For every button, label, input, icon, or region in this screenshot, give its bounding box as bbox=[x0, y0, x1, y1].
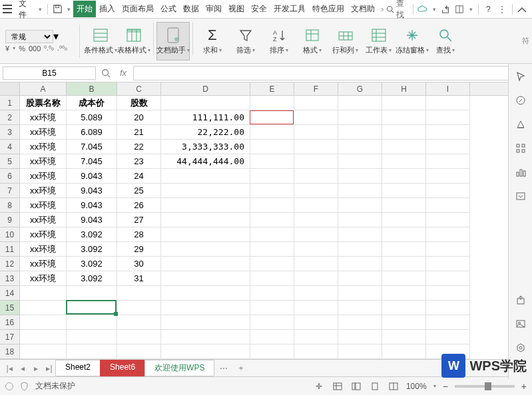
cell-F16[interactable] bbox=[294, 315, 338, 330]
cell-H18[interactable] bbox=[382, 344, 426, 359]
more-side-icon[interactable]: ⋯ bbox=[513, 364, 528, 379]
comma-button[interactable]: 000 bbox=[29, 45, 41, 53]
cell-B12[interactable]: 3.092 bbox=[67, 257, 117, 271]
cell-C3[interactable]: 21 bbox=[117, 125, 161, 140]
cell-I18[interactable] bbox=[426, 344, 470, 359]
cell-H1[interactable] bbox=[382, 96, 426, 110]
tab-1[interactable]: 插入 bbox=[96, 1, 119, 17]
cell-C6[interactable]: 24 bbox=[117, 169, 161, 184]
cell-A15[interactable] bbox=[20, 301, 67, 315]
cell-A12[interactable]: xx环境 bbox=[20, 257, 67, 271]
chevron-down-icon[interactable]: ▾ bbox=[39, 6, 42, 13]
worksheet-button[interactable]: 工作表▾ bbox=[362, 22, 396, 61]
cell-I5[interactable] bbox=[426, 154, 470, 169]
cell-A11[interactable]: xx环境 bbox=[20, 242, 67, 257]
cell-I14[interactable] bbox=[426, 286, 470, 301]
cell-E2[interactable] bbox=[250, 110, 294, 125]
row-header[interactable]: 10 bbox=[0, 227, 20, 242]
cell-A16[interactable] bbox=[20, 315, 67, 330]
cell-G15[interactable] bbox=[338, 301, 382, 315]
cell-D3[interactable]: 22,222.00 bbox=[161, 125, 250, 140]
sheet-tab[interactable]: 欢迎使用WPS bbox=[144, 360, 214, 376]
cell-I2[interactable] bbox=[426, 110, 470, 125]
cell-H15[interactable] bbox=[382, 301, 426, 315]
more-icon[interactable]: ⋮ bbox=[497, 3, 508, 16]
cell-C13[interactable]: 31 bbox=[117, 271, 161, 286]
cell-C16[interactable] bbox=[117, 315, 161, 330]
cell-B1[interactable]: 成本价 bbox=[67, 96, 117, 110]
cell-A10[interactable]: xx环境 bbox=[20, 227, 67, 242]
tab-8[interactable]: 开发工具 bbox=[270, 1, 309, 17]
cell-I6[interactable] bbox=[426, 169, 470, 184]
col-header-F[interactable]: F bbox=[294, 82, 338, 95]
cell-E1[interactable] bbox=[250, 96, 294, 110]
cell-F15[interactable] bbox=[294, 301, 338, 315]
cell-D1[interactable] bbox=[161, 96, 250, 110]
cell-F5[interactable] bbox=[294, 154, 338, 169]
cell-H8[interactable] bbox=[382, 198, 426, 213]
cell-C15[interactable] bbox=[117, 301, 161, 315]
row-header[interactable]: 9 bbox=[0, 213, 20, 227]
clipboard-icon[interactable] bbox=[513, 93, 528, 108]
row-header[interactable]: 3 bbox=[0, 125, 20, 140]
cell-G12[interactable] bbox=[338, 257, 382, 271]
cell-B14[interactable] bbox=[67, 286, 117, 301]
cell-H11[interactable] bbox=[382, 242, 426, 257]
cell-D4[interactable]: 3,333,333.00 bbox=[161, 140, 250, 154]
name-box[interactable] bbox=[3, 66, 96, 80]
cell-B5[interactable]: 7.045 bbox=[67, 154, 117, 169]
cell-I13[interactable] bbox=[426, 271, 470, 286]
cell-C17[interactable] bbox=[117, 330, 161, 344]
col-header-G[interactable]: G bbox=[338, 82, 382, 95]
style-icon[interactable] bbox=[513, 117, 528, 132]
cell-C9[interactable]: 27 bbox=[117, 213, 161, 227]
cell-B3[interactable]: 6.089 bbox=[67, 125, 117, 140]
increase-decimal-button[interactable]: .⁰⁰₀ bbox=[57, 45, 67, 52]
cell-G5[interactable] bbox=[338, 154, 382, 169]
cell-H16[interactable] bbox=[382, 315, 426, 330]
cell-D16[interactable] bbox=[161, 315, 250, 330]
cell-C14[interactable] bbox=[117, 286, 161, 301]
row-header[interactable]: 16 bbox=[0, 315, 20, 330]
cell-G14[interactable] bbox=[338, 286, 382, 301]
col-header-A[interactable]: A bbox=[20, 82, 67, 95]
help-icon[interactable]: ? bbox=[483, 3, 494, 16]
tab-7[interactable]: 安全 bbox=[248, 1, 270, 17]
col-header-C[interactable]: C bbox=[117, 82, 161, 95]
cell-B8[interactable]: 9.043 bbox=[67, 198, 117, 213]
cell-E13[interactable] bbox=[250, 271, 294, 286]
cloud-icon[interactable] bbox=[417, 3, 428, 16]
cell-F4[interactable] bbox=[294, 140, 338, 154]
cell-C5[interactable]: 23 bbox=[117, 154, 161, 169]
tab-overflow-icon[interactable]: › bbox=[378, 5, 386, 14]
cell-H14[interactable] bbox=[382, 286, 426, 301]
row-header[interactable]: 7 bbox=[0, 184, 20, 198]
cell-B7[interactable]: 9.043 bbox=[67, 184, 117, 198]
cell-F3[interactable] bbox=[294, 125, 338, 140]
format-button[interactable]: 格式▾ bbox=[296, 22, 329, 61]
filter-button[interactable]: 筛选▾ bbox=[229, 22, 262, 61]
col-header-I[interactable]: I bbox=[426, 82, 470, 95]
fx-button[interactable]: fx bbox=[116, 66, 131, 80]
cell-F18[interactable] bbox=[294, 344, 338, 359]
col-header-H[interactable]: H bbox=[382, 82, 426, 95]
sheet-nav-next[interactable]: ▸ bbox=[29, 364, 43, 373]
cell-F11[interactable] bbox=[294, 242, 338, 257]
col-header-E[interactable]: E bbox=[250, 82, 294, 95]
cell-H2[interactable] bbox=[382, 110, 426, 125]
cell-F13[interactable] bbox=[294, 271, 338, 286]
zoom-in-button[interactable]: + bbox=[521, 381, 527, 392]
row-header[interactable]: 8 bbox=[0, 198, 20, 213]
cell-D8[interactable] bbox=[161, 198, 250, 213]
layout-view-icon[interactable] bbox=[369, 380, 381, 392]
cell-C4[interactable]: 22 bbox=[117, 140, 161, 154]
cell-I8[interactable] bbox=[426, 198, 470, 213]
search-button[interactable]: 查找 bbox=[386, 0, 409, 21]
tab-0[interactable]: 开始 bbox=[73, 1, 96, 17]
cell-B15[interactable] bbox=[67, 301, 117, 315]
row-header[interactable]: 18 bbox=[0, 344, 20, 359]
cell-F6[interactable] bbox=[294, 169, 338, 184]
cell-B4[interactable]: 7.045 bbox=[67, 140, 117, 154]
cell-D6[interactable] bbox=[161, 169, 250, 184]
tab-9[interactable]: 特色应用 bbox=[309, 1, 348, 17]
